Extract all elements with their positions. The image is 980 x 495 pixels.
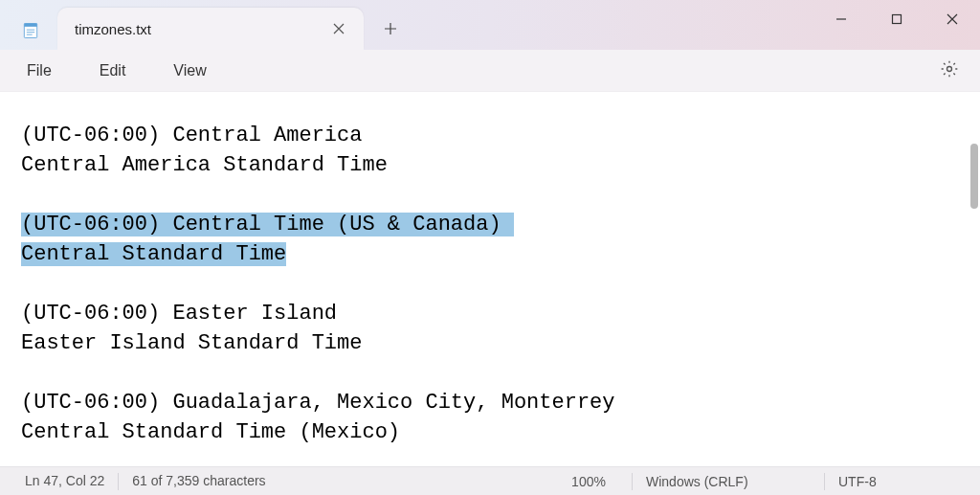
menu-edit[interactable]: Edit [84,56,142,85]
selected-text: (UTC-06:00) Central Time (US & Canada) [21,213,501,236]
menu-file[interactable]: File [11,56,67,85]
close-tab-button[interactable] [325,15,352,42]
selected-text [501,213,514,236]
svg-rect-1 [24,24,36,27]
selected-text: Central Standard Time [21,242,286,266]
text-line: (UTC-06:00) Central America [21,124,362,147]
text-line: Central Standard Time (Mexico) [21,420,400,444]
svg-rect-6 [893,15,902,24]
status-eol[interactable]: Windows (CRLF) [633,474,824,489]
menubar: File Edit View [0,50,980,92]
text-editor[interactable]: (UTC-06:00) Central America Central Amer… [0,92,980,466]
titlebar[interactable]: timzones.txt [0,0,980,50]
gear-icon [940,59,959,82]
close-window-button[interactable] [924,0,980,38]
status-position[interactable]: Ln 47, Col 22 [11,473,118,488]
svg-point-7 [947,66,952,71]
text-line: (UTC-06:00) Guadalajara, Mexico City, Mo… [21,391,615,415]
status-zoom[interactable]: 100% [546,474,632,489]
window-controls [813,0,980,38]
text-line: Central America Standard Time [21,153,388,177]
notepad-window: timzones.txt File Edit View [0,0,980,495]
scrollbar-thumb[interactable] [970,144,978,209]
status-encoding[interactable]: UTF-8 [825,474,969,489]
tab-title: timzones.txt [75,21,325,37]
text-line: Easter Island Standard Time [21,331,362,355]
statusbar: Ln 47, Col 22 61 of 7,359 characters 100… [0,466,980,495]
status-selection[interactable]: 61 of 7,359 characters [119,473,278,488]
menu-view[interactable]: View [158,56,221,85]
editor-area: (UTC-06:00) Central America Central Amer… [0,92,980,466]
document-tab[interactable]: timzones.txt [57,8,364,50]
minimize-button[interactable] [813,0,869,38]
maximize-button[interactable] [869,0,924,38]
app-icon [21,21,40,40]
text-line: (UTC-06:00) Easter Island [21,302,337,326]
settings-button[interactable] [936,57,963,84]
new-tab-button[interactable] [371,10,410,48]
